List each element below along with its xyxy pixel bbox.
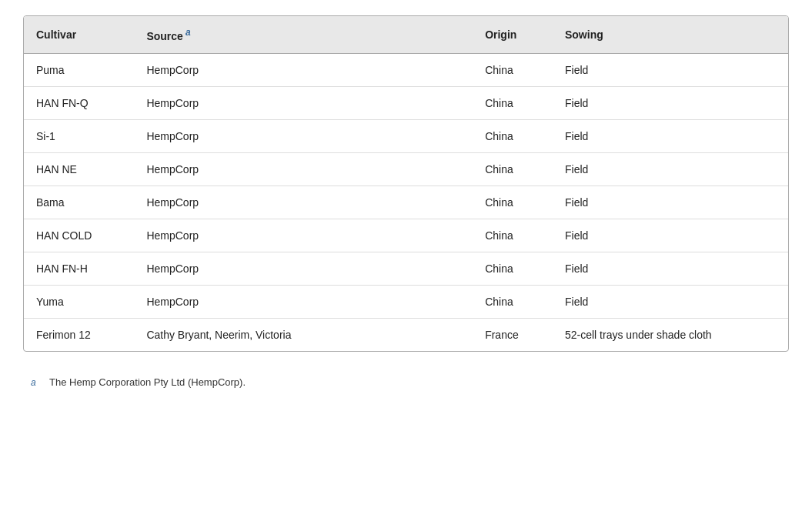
cell-source: HempCorp: [134, 53, 473, 86]
cell-origin: China: [473, 185, 553, 219]
cell-origin: China: [473, 252, 553, 285]
header-origin: Origin: [473, 16, 553, 53]
cell-origin: China: [473, 285, 553, 318]
cell-origin: China: [473, 119, 553, 152]
table-row: HAN NEHempCorpChinaField: [24, 152, 788, 185]
table-row: HAN COLDHempCorpChinaField: [24, 219, 788, 252]
cell-sowing: Field: [553, 185, 788, 219]
cell-origin: China: [473, 53, 553, 86]
cell-sowing: Field: [553, 219, 788, 252]
footnote-label: a: [31, 376, 42, 388]
cell-source: HempCorp: [134, 252, 473, 285]
table-row: YumaHempCorpChinaField: [24, 285, 788, 318]
header-cultivar: Cultivar: [24, 16, 134, 53]
table-header-row: Cultivar Sourcea Origin Sowing: [24, 16, 788, 53]
cell-cultivar: Bama: [24, 185, 134, 219]
cell-source: HempCorp: [134, 185, 473, 219]
cell-source: HempCorp: [134, 219, 473, 252]
cell-source: HempCorp: [134, 119, 473, 152]
cultivar-table: Cultivar Sourcea Origin Sowing PumaHempC…: [24, 16, 788, 351]
table-row: BamaHempCorpChinaField: [24, 185, 788, 219]
cell-sowing: Field: [553, 119, 788, 152]
cell-source: HempCorp: [134, 152, 473, 185]
cell-source: HempCorp: [134, 285, 473, 318]
cell-sowing: Field: [553, 152, 788, 185]
cell-origin: China: [473, 152, 553, 185]
cell-cultivar: HAN FN-H: [24, 252, 134, 285]
table-row: Ferimon 12Cathy Bryant, Neerim, Victoria…: [24, 318, 788, 351]
table-row: HAN FN-HHempCorpChinaField: [24, 252, 788, 285]
cell-source: Cathy Bryant, Neerim, Victoria: [134, 318, 473, 351]
cell-sowing: Field: [553, 86, 788, 119]
table-row: PumaHempCorpChinaField: [24, 53, 788, 86]
cell-source: HempCorp: [134, 86, 473, 119]
header-source: Sourcea: [134, 16, 473, 53]
cell-origin: France: [473, 318, 553, 351]
cell-cultivar: Si-1: [24, 119, 134, 152]
cell-sowing: 52-cell trays under shade cloth: [553, 318, 788, 351]
cell-sowing: Field: [553, 53, 788, 86]
table-row: Si-1HempCorpChinaField: [24, 119, 788, 152]
footnote-section: a The Hemp Corporation Pty Ltd (HempCorp…: [23, 373, 789, 391]
cell-sowing: Field: [553, 285, 788, 318]
cell-cultivar: Yuma: [24, 285, 134, 318]
cell-cultivar: Puma: [24, 53, 134, 86]
cell-origin: China: [473, 219, 553, 252]
header-sowing: Sowing: [553, 16, 788, 53]
source-footnote-marker: a: [185, 27, 191, 38]
main-table-container: Cultivar Sourcea Origin Sowing PumaHempC…: [23, 15, 789, 352]
footnote-text: The Hemp Corporation Pty Ltd (HempCorp).: [49, 376, 246, 388]
cell-cultivar: Ferimon 12: [24, 318, 134, 351]
cell-sowing: Field: [553, 252, 788, 285]
cell-cultivar: HAN NE: [24, 152, 134, 185]
cell-cultivar: HAN COLD: [24, 219, 134, 252]
cell-cultivar: HAN FN-Q: [24, 86, 134, 119]
table-row: HAN FN-QHempCorpChinaField: [24, 86, 788, 119]
cell-origin: China: [473, 86, 553, 119]
